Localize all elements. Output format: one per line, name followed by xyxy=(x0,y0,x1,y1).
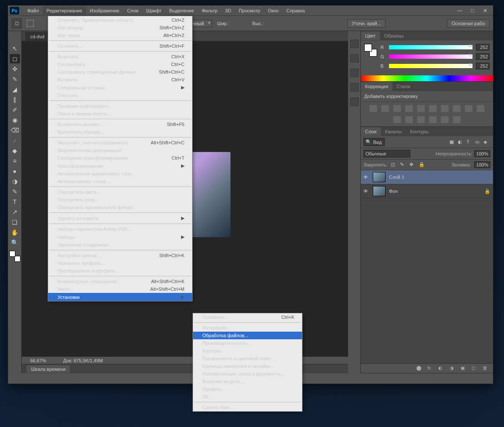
menu-item[interactable]: Наборы параметров Adobe PDF... xyxy=(48,225,192,233)
layer-mask-icon[interactable]: ◐ xyxy=(438,365,445,371)
tool-14[interactable]: ✎ xyxy=(10,187,20,196)
tool-9[interactable]: ⟋ xyxy=(10,136,20,145)
minimize-button[interactable]: — xyxy=(454,7,466,14)
tool-19[interactable]: 🔍 xyxy=(10,238,20,247)
tool-10[interactable]: ◆ xyxy=(10,146,20,155)
lock-position-icon[interactable]: ✥ xyxy=(409,162,415,168)
history-panel-icon[interactable] xyxy=(350,40,359,48)
menu-item[interactable]: Направляющие, сетка и фрагменты... xyxy=(193,370,302,378)
blend-mode-dropdown[interactable]: Обычные xyxy=(363,150,410,158)
menu-просмотр[interactable]: Просмотр xyxy=(235,6,264,15)
menu-item[interactable]: Шаг впередShift+Ctrl+Z xyxy=(48,24,192,32)
menu-выделение[interactable]: Выделение xyxy=(165,6,198,15)
g-slider[interactable] xyxy=(389,54,472,59)
opacity-value[interactable]: 100% xyxy=(474,150,490,157)
levels-icon[interactable] xyxy=(381,105,389,112)
tool-3[interactable]: ✎ xyxy=(10,75,20,84)
lock-transparency-icon[interactable]: ◫ xyxy=(391,162,397,168)
r-slider[interactable] xyxy=(389,45,472,49)
menu-справка[interactable]: Справка xyxy=(282,6,308,15)
exposure-icon[interactable] xyxy=(405,105,413,112)
menu-файл[interactable]: Файл xyxy=(23,6,43,15)
menu-item[interactable]: Скопировать совмещенные данныеShift+Ctrl… xyxy=(48,68,192,76)
fill-value[interactable]: 100% xyxy=(474,161,490,168)
layer-style-icon[interactable]: fx xyxy=(427,365,434,371)
channels-tab[interactable]: Каналы xyxy=(381,127,406,136)
tool-6[interactable]: ✐ xyxy=(10,105,20,115)
vibrance-icon[interactable] xyxy=(417,105,425,112)
tool-13[interactable]: ◑ xyxy=(10,177,20,186)
filter-pixel-icon[interactable]: ▦ xyxy=(449,139,456,145)
delete-layer-icon[interactable]: 🗑 xyxy=(483,365,490,371)
menu-шрифт[interactable]: Шрифт xyxy=(142,6,165,15)
gradient-map-icon[interactable] xyxy=(441,116,449,123)
menu-item[interactable]: Очистить xyxy=(48,92,192,99)
menu-item[interactable]: Назначить профиль... xyxy=(48,259,192,267)
menu-окно[interactable]: Окно xyxy=(264,6,283,15)
styles-tab[interactable]: Стили xyxy=(392,82,415,91)
adjustments-tab[interactable]: Коррекция xyxy=(361,82,392,91)
menu-item[interactable]: Курсоры... xyxy=(193,347,302,355)
character-panel-icon[interactable] xyxy=(350,83,359,92)
menu-item[interactable]: Установки▶ xyxy=(48,293,192,301)
properties-panel-icon[interactable] xyxy=(350,69,359,77)
menu-item[interactable]: Преобразовать в профиль... xyxy=(48,267,192,275)
tool-7[interactable]: ◉ xyxy=(10,115,20,125)
tool-0[interactable]: ↖ xyxy=(10,44,20,53)
g-value[interactable]: 252 xyxy=(476,53,490,60)
menu-item[interactable]: Клавиатурные сокращения...Alt+Shift+Ctrl… xyxy=(48,278,192,285)
visibility-icon[interactable]: 👁 xyxy=(363,189,369,194)
r-value[interactable]: 252 xyxy=(476,44,490,51)
menu-item[interactable]: Удаленные соединения... xyxy=(48,241,192,249)
filter-type-icon[interactable]: T xyxy=(467,139,473,145)
posterize-icon[interactable] xyxy=(417,116,425,123)
tool-16[interactable]: ↗ xyxy=(10,207,20,217)
menu-item[interactable]: Внешние модули... xyxy=(193,378,302,385)
maximize-button[interactable]: □ xyxy=(467,7,478,14)
menu-item[interactable]: Специальная вставка▶ xyxy=(48,83,192,92)
menu-item[interactable]: Наборы▶ xyxy=(48,233,192,241)
photo-filter-icon[interactable] xyxy=(465,105,472,112)
menu-item[interactable]: Удалить из памяти▶ xyxy=(48,214,192,222)
invert-icon[interactable] xyxy=(405,116,413,123)
menu-item[interactable]: Camera Raw... xyxy=(193,404,302,411)
menu-3d[interactable]: 3D xyxy=(221,6,235,15)
tool-1[interactable]: ◻ xyxy=(10,54,20,63)
workspace-switcher[interactable]: Основная рабо xyxy=(447,19,490,28)
layer-thumbnail[interactable] xyxy=(373,186,386,196)
b-slider[interactable] xyxy=(389,64,472,68)
menu-item[interactable]: ВставитьCtrl+V xyxy=(48,76,192,83)
threshold-icon[interactable] xyxy=(429,116,437,123)
actions-panel-icon[interactable] xyxy=(350,54,359,63)
menu-item[interactable]: Определить узор... xyxy=(48,196,192,203)
black-white-icon[interactable] xyxy=(453,105,461,112)
menu-item[interactable]: Трансформирование▶ xyxy=(48,162,192,170)
color-tab[interactable]: Цвет xyxy=(361,32,380,40)
filter-smart-icon[interactable]: ◈ xyxy=(484,139,490,145)
marquee-style-icon[interactable] xyxy=(27,20,34,27)
fg-bg-swatch[interactable] xyxy=(9,251,20,262)
menu-item[interactable]: Основные...Ctrl+K xyxy=(193,313,302,321)
layer-thumbnail[interactable] xyxy=(373,172,386,182)
lock-all-icon[interactable]: 🔒 xyxy=(419,162,425,168)
close-button[interactable]: ✕ xyxy=(479,7,491,14)
menu-item[interactable]: Шрифты... xyxy=(193,385,302,393)
menu-item[interactable]: Прозрачность и цветовой охват... xyxy=(193,355,302,362)
menu-item[interactable]: Меню...Alt+Shift+Ctrl+M xyxy=(48,285,192,293)
menu-item[interactable]: Выполнить заливку...Shift+F5 xyxy=(48,120,192,128)
b-value[interactable]: 252 xyxy=(476,63,490,69)
tool-2[interactable]: ✜ xyxy=(10,64,20,74)
menu-фильтр[interactable]: Фильтр xyxy=(198,6,221,15)
group-icon[interactable]: ▣ xyxy=(461,365,467,371)
color-balance-icon[interactable] xyxy=(441,105,449,112)
tool-11[interactable]: ≡ xyxy=(10,156,20,166)
tool-8[interactable]: ⌫ xyxy=(10,126,20,135)
tool-18[interactable]: ✋ xyxy=(10,228,20,237)
foreground-background-swatch[interactable] xyxy=(364,44,377,57)
tool-preset-picker[interactable]: ◻ xyxy=(12,18,22,29)
swatches-tab[interactable]: Образцы xyxy=(380,32,408,40)
menu-item[interactable]: Настройка цветов...Shift+Ctrl+K xyxy=(48,252,192,259)
channel-mixer-icon[interactable] xyxy=(477,105,484,112)
menu-item[interactable]: 3D... xyxy=(193,393,302,401)
menu-item[interactable]: Определить кисть... xyxy=(48,188,192,196)
